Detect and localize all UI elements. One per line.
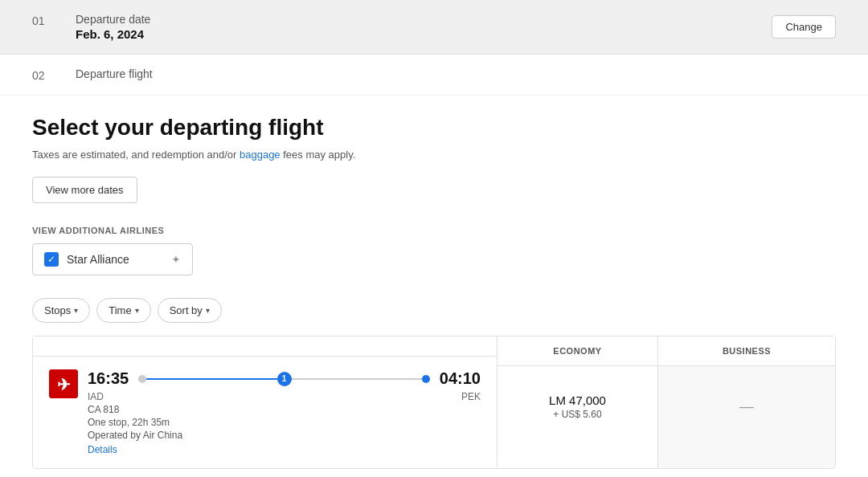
business-column-header: BUSINESS: [658, 336, 835, 366]
chevron-down-icon: ▾: [74, 306, 78, 315]
step2-number: 02: [32, 67, 56, 82]
economy-price-sub: + US$ 5.60: [553, 409, 601, 420]
depart-airport: IAD: [88, 391, 104, 402]
business-price-cell[interactable]: —: [658, 366, 835, 446]
flight-stops: One stop, 22h 35m: [88, 417, 481, 428]
flight-times-row: 16:35 1 04:10: [88, 369, 481, 388]
depart-time: 16:35: [88, 369, 129, 388]
time-filter-button[interactable]: Time ▾: [96, 298, 150, 323]
economy-column: ECONOMY LM 47,000 + US$ 5.60: [497, 336, 658, 468]
table-row: ✈ 16:35 1: [33, 357, 497, 468]
flight-airports-row: IAD PEK: [88, 391, 481, 402]
star-alliance-option[interactable]: ✓ Star Alliance ✦: [32, 243, 193, 275]
page-heading: Select your departing flight: [32, 96, 836, 141]
stops-filter-button[interactable]: Stops ▾: [32, 298, 90, 323]
air-china-logo-svg: ✈: [49, 369, 78, 398]
business-column: BUSINESS —: [658, 336, 835, 468]
flight-operator: Operated by Air China: [88, 430, 481, 441]
details-link[interactable]: Details: [88, 444, 117, 455]
flight-number: CA 818: [88, 404, 481, 415]
stop-dot: 1: [277, 372, 292, 386]
economy-price-cell[interactable]: LM 47,000 + US$ 5.60: [497, 366, 657, 446]
subtitle: Taxes are estimated, and redemption and/…: [32, 149, 836, 161]
economy-column-header: ECONOMY: [497, 336, 657, 366]
checkmark-icon: ✓: [47, 254, 55, 265]
flight-line-segment: [146, 378, 276, 380]
flight-line-segment2: [292, 378, 422, 380]
step2-title: Departure flight: [76, 67, 153, 80]
economy-price: LM 47,000: [549, 393, 606, 407]
start-dot: [138, 375, 146, 383]
flight-line: 1: [138, 372, 430, 386]
business-price-dash: —: [739, 398, 754, 415]
main-content: Select your departing flight Taxes are e…: [0, 96, 868, 477]
star-alliance-checkbox[interactable]: ✓: [44, 252, 59, 267]
view-more-dates-button[interactable]: View more dates: [32, 177, 137, 203]
additional-airlines-section: VIEW ADDITIONAL AIRLINES ✓ Star Alliance…: [32, 226, 836, 275]
step1-number: 01: [32, 13, 56, 27]
results-table: ✈ 16:35 1: [32, 336, 836, 469]
svg-text:✈: ✈: [57, 376, 71, 393]
step1-value: Feb. 6, 2024: [76, 27, 150, 41]
arrive-airport: PEK: [461, 391, 481, 402]
star-icon: ✦: [171, 253, 181, 266]
step1-title: Departure date: [76, 13, 150, 26]
arrive-time: 04:10: [440, 369, 481, 388]
airline-name: Star Alliance: [67, 253, 163, 266]
step1-section: 01 Departure date Feb. 6, 2024 Change: [0, 0, 868, 55]
end-dot: [422, 375, 430, 383]
flight-column-header: [33, 336, 497, 357]
flight-details: 16:35 1 04:10: [88, 369, 481, 455]
additional-airlines-label: VIEW ADDITIONAL AIRLINES: [32, 226, 836, 235]
airline-logo: ✈: [49, 369, 78, 398]
filters-row: Stops ▾ Time ▾ Sort by ▾: [32, 298, 836, 323]
baggage-link[interactable]: baggage: [240, 149, 280, 161]
chevron-down-icon: ▾: [206, 306, 210, 315]
chevron-down-icon: ▾: [135, 306, 139, 315]
sort-filter-button[interactable]: Sort by ▾: [158, 298, 222, 323]
flight-info-column: ✈ 16:35 1: [33, 336, 497, 468]
change-button[interactable]: Change: [772, 15, 836, 39]
